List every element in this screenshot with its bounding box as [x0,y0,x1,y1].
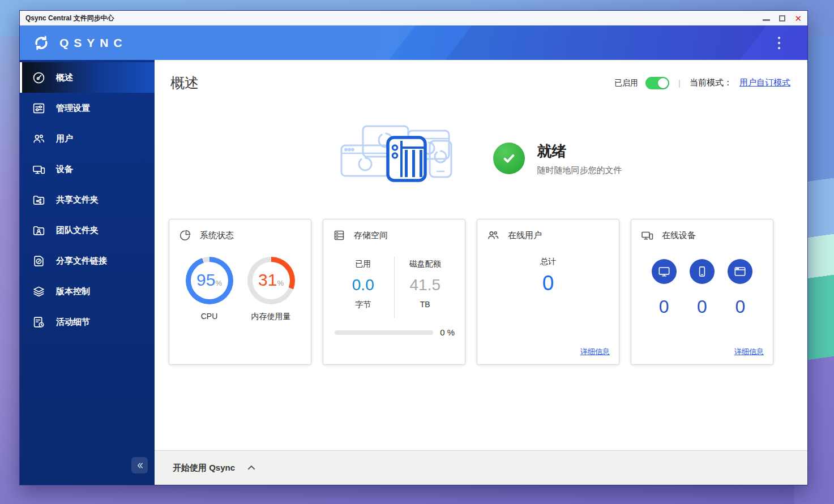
sidebar-item-label: 活动细节 [56,317,90,328]
used-label: 已用 [332,259,394,269]
qsync-enabled-toggle[interactable] [645,77,669,89]
online-users-details-link[interactable]: 详细信息 [580,347,610,357]
used-unit: 字节 [332,300,394,310]
sidebar-item-label: 设备 [56,164,73,175]
sidebar-item-label: 分享文件链接 [56,256,107,266]
storage-icon [332,229,346,242]
cpu-label: CPU [186,312,233,321]
ready-check-icon [493,143,525,174]
sidebar-item-devices[interactable]: 设备 [20,154,155,184]
total-label: 总计 [486,257,610,267]
progress-label: 0 % [440,328,455,337]
storage-quota: 磁盘配额 41.5 TB [395,257,456,318]
computer-count: 0 [652,296,677,317]
memory-value: 31 [258,270,277,290]
minimize-icon[interactable] [763,19,770,21]
chevron-up-icon[interactable] [246,463,256,473]
storage-progress: 0 % [335,328,455,337]
quota-label: 磁盘配额 [395,259,456,269]
quota-value: 41.5 [395,276,456,294]
sidebar-item-management-settings[interactable]: 管理设置 [20,93,155,123]
memory-gauge: 31% 内存使用量 [247,257,295,322]
online-devices-card: 在线设备 [631,219,773,365]
logo-text: QSYNC [59,36,127,50]
online-users-card: 在线用户 总计 0 详细信息 [477,219,619,365]
enabled-label: 已启用 [614,78,638,88]
activity-icon [32,315,46,329]
shared-folder-icon [32,193,46,207]
status-title: 就绪 [537,141,622,161]
devices-icon [32,162,46,176]
card-title: 在线设备 [662,230,696,241]
device-counts: 0 0 0 [640,296,764,317]
devices-icon [640,229,654,242]
more-options-kebab-icon[interactable] [778,37,780,49]
mode-link[interactable]: 用户自订模式 [739,77,790,88]
sync-devices-illustration [340,122,460,195]
overview-icon [32,71,46,85]
sidebar-item-label: 管理设置 [56,103,90,114]
window-title: Qsync Central 文件同步中心 [25,14,114,23]
quota-unit: TB [395,300,456,309]
system-status-card: 系统状态 95% CPU 31% 内存 [169,219,311,365]
card-title: 在线用户 [508,230,542,241]
sidebar-item-label: 概述 [56,72,73,83]
online-users-total: 0 [486,272,610,295]
online-devices-details-link[interactable]: 详细信息 [734,347,764,357]
mobile-device-icon [690,259,715,284]
settings-icon [32,101,46,115]
app-logo: QSYNC [32,34,127,52]
sidebar-collapse-button[interactable] [131,457,148,473]
sidebar-item-version-control[interactable]: 版本控制 [20,276,155,307]
window-controls: ✕ [763,14,802,23]
banner-decoration [419,25,775,60]
memory-label: 内存使用量 [247,312,295,322]
card-title: 存储空间 [354,230,388,241]
cpu-value: 95 [196,270,215,290]
storage-used: 已用 0.0 字节 [332,257,395,318]
sidebar-item-share-file-links[interactable]: 分享文件链接 [20,245,155,276]
double-chevron-left-icon [135,461,144,470]
sidebar-item-team-folders[interactable]: 团队文件夹 [20,215,155,245]
version-control-icon [32,285,46,299]
pie-chart-icon [178,229,192,242]
used-value: 0.0 [332,276,394,294]
memory-unit: % [277,279,284,287]
sidebar-item-activity-details[interactable]: 活动细节 [20,307,155,337]
browser-device-icon [728,259,752,284]
app-banner: QSYNC [20,25,807,60]
storage-card: 存储空间 已用 0.0 字节 磁盘配额 41.5 TB [323,219,465,365]
sidebar-item-label: 用户 [56,133,73,144]
maximize-icon[interactable] [779,15,785,21]
status-hero: 就绪 随时随地同步您的文件 [155,122,807,195]
sidebar-item-label: 团队文件夹 [56,225,99,236]
memory-donut: 31% [247,257,295,304]
browser-count: 0 [728,296,752,317]
summary-cards: 系统状态 95% CPU 31% 内存 [155,219,807,365]
page-title: 概述 [170,74,199,92]
sidebar: 概述 管理设置 用户 [20,60,155,485]
close-icon[interactable]: ✕ [794,14,802,23]
cpu-unit: % [215,279,222,287]
mobile-count: 0 [690,296,715,317]
computer-device-icon [652,259,677,284]
sync-icon [32,34,50,52]
main-panel: 概述 已启用 | 当前模式： 用户自订模式 [155,60,807,485]
getting-started-label: 开始使用 Qsync [173,463,235,473]
getting-started-bar[interactable]: 开始使用 Qsync [155,450,807,485]
team-folder-icon [32,223,46,238]
current-mode-label: 当前模式： [690,77,732,88]
users-icon [486,229,500,242]
sidebar-item-label: 版本控制 [56,286,90,297]
sidebar-item-shared-folders[interactable]: 共享文件夹 [20,184,155,215]
share-link-icon [32,254,46,268]
progress-track [335,330,433,335]
status-subtitle: 随时随地同步您的文件 [537,165,622,176]
toggle-knob [658,78,668,88]
app-window: Qsync Central 文件同步中心 ✕ QSYNC [19,10,808,485]
cpu-donut: 95% [186,257,233,304]
window-titlebar: Qsync Central 文件同步中心 ✕ [20,11,807,25]
sidebar-item-overview[interactable]: 概述 [20,62,155,93]
divider: | [677,78,682,88]
sidebar-item-users[interactable]: 用户 [20,123,155,154]
